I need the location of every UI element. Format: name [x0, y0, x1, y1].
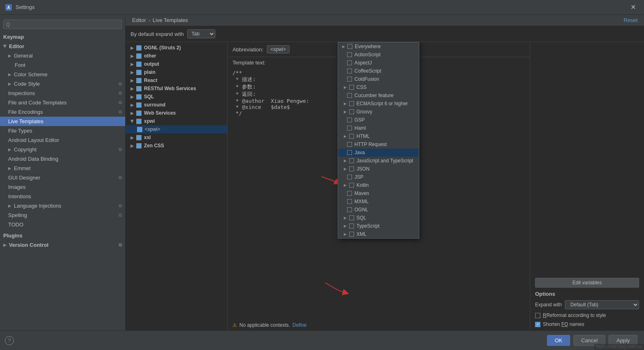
ctx-item-ecmascript[interactable]: ▶ ECMAScript 6 or higher: [338, 100, 419, 108]
sidebar-item-todo[interactable]: TODO: [0, 220, 125, 229]
ctx-item-groovy[interactable]: ▶ Groovy: [338, 108, 419, 116]
xsl-checkbox[interactable]: [136, 135, 142, 140]
surround-checkbox[interactable]: [136, 102, 142, 108]
ctx-item-coldfusion[interactable]: ColdFusion: [338, 75, 419, 83]
right-expand-with-select[interactable]: Default (Tab) Tab Enter Space: [565, 300, 639, 309]
sidebar-item-file-types[interactable]: File Types: [0, 126, 125, 135]
tpl-group-plain[interactable]: ▶ plain: [126, 68, 227, 76]
edit-variables-button[interactable]: Edit variables: [535, 278, 639, 288]
tpl-group-react[interactable]: ▶ React: [126, 76, 227, 84]
haml-checkbox[interactable]: [347, 126, 352, 131]
groovy-checkbox[interactable]: [349, 109, 354, 114]
tpl-item-xpwi-child[interactable]: <xpwi>: [126, 125, 227, 133]
tpl-group-other[interactable]: ▶ other: [126, 52, 227, 60]
sidebar-item-plugins[interactable]: Plugins: [0, 231, 125, 240]
tpl-group-zen-css[interactable]: ▶ Zen CSS: [126, 142, 227, 150]
sidebar-item-live-templates[interactable]: Live Templates: [0, 117, 125, 126]
kotlin-checkbox[interactable]: [349, 183, 354, 188]
ctx-item-httprequest[interactable]: HTTP Request: [338, 140, 419, 148]
sql-checkbox[interactable]: [136, 94, 142, 100]
sidebar-item-editor[interactable]: ▶ Editor: [0, 42, 125, 51]
ctx-item-mxml[interactable]: MXML: [338, 197, 419, 206]
ctx-item-html[interactable]: ▶ HTML: [338, 132, 419, 140]
ctx-item-maven[interactable]: Maven: [338, 189, 419, 197]
java-checkbox[interactable]: [347, 150, 352, 155]
sidebar-item-file-code-templates[interactable]: File and Code Templates ⧉: [0, 98, 125, 107]
aspectj-checkbox[interactable]: [347, 60, 352, 65]
zen-css-checkbox[interactable]: [136, 143, 142, 148]
help-button[interactable]: ?: [5, 336, 14, 345]
reset-button[interactable]: Reset: [624, 17, 637, 23]
webservices-checkbox[interactable]: [136, 111, 142, 116]
tpl-group-webservices[interactable]: ▶ Web Services: [126, 109, 227, 117]
ctx-item-jsp[interactable]: JSP: [338, 173, 419, 181]
ecmascript-checkbox[interactable]: [349, 101, 354, 106]
search-box[interactable]: Q: [3, 20, 122, 29]
sidebar-item-color-scheme[interactable]: ▶ Color Scheme: [0, 70, 125, 79]
httprequest-checkbox[interactable]: [347, 142, 352, 147]
sidebar-item-code-style[interactable]: ▶ Code Style ⧉: [0, 79, 125, 89]
maven-checkbox[interactable]: [347, 191, 352, 196]
ctx-item-gsp[interactable]: GSP: [338, 116, 419, 124]
ognl-ctx-checkbox[interactable]: [347, 207, 352, 212]
coldfusion-checkbox[interactable]: [347, 77, 352, 82]
everywhere-checkbox[interactable]: [347, 44, 352, 49]
ctx-item-javascript[interactable]: ▶ JavaScript and TypeScript: [338, 157, 419, 165]
search-input[interactable]: [11, 21, 119, 27]
ctx-item-json[interactable]: ▶ JSON: [338, 165, 419, 173]
css-checkbox[interactable]: [349, 85, 354, 90]
tpl-group-output[interactable]: ▶ output: [126, 60, 227, 68]
tpl-group-surround[interactable]: ▶ surround: [126, 101, 227, 109]
ognl-checkbox[interactable]: [136, 45, 142, 51]
ctx-item-css[interactable]: ▶ CSS: [338, 83, 419, 91]
restful-checkbox[interactable]: [136, 86, 142, 91]
reformat-checkbox[interactable]: [535, 313, 540, 318]
ctx-item-sql[interactable]: ▶ SQL: [338, 214, 419, 222]
javascript-checkbox[interactable]: [349, 158, 354, 163]
tpl-group-sql[interactable]: ▶ SQL: [126, 93, 227, 101]
ctx-item-kotlin[interactable]: ▶ Kotlin: [338, 181, 419, 189]
ctx-item-java[interactable]: Java: [338, 148, 419, 157]
ctx-item-everywhere[interactable]: ▶ Everywhere: [338, 42, 419, 51]
cucumber-checkbox[interactable]: [347, 93, 352, 98]
plain-checkbox[interactable]: [136, 70, 142, 75]
gsp-checkbox[interactable]: [347, 117, 352, 122]
mxml-checkbox[interactable]: [347, 199, 352, 204]
other-checkbox[interactable]: [136, 53, 142, 59]
sidebar-item-android-data[interactable]: Android Data Binding: [0, 154, 125, 164]
shorten-checkbox[interactable]: ✓: [535, 322, 540, 327]
output-checkbox[interactable]: [136, 62, 142, 67]
define-link[interactable]: Define: [292, 322, 307, 328]
sidebar-item-version-control[interactable]: ▶ Version Control ⧉: [0, 240, 125, 250]
sidebar-item-intentions[interactable]: Intentions: [0, 192, 125, 201]
sql-ctx-checkbox[interactable]: [349, 215, 354, 220]
sidebar-item-copyright[interactable]: ▶ Copyright ⧉: [0, 145, 125, 154]
ctx-item-actionscript[interactable]: ActionScript: [338, 51, 419, 59]
sidebar-item-images[interactable]: Images: [0, 182, 125, 192]
tpl-group-ognl[interactable]: ▶ OGNL (Struts 2): [126, 44, 227, 52]
ctx-item-typescript[interactable]: ▶ TypeScript: [338, 222, 419, 230]
sidebar-item-spelling[interactable]: Spelling ⧉: [0, 210, 125, 220]
sidebar-item-font[interactable]: Font: [0, 60, 125, 70]
xpwi-child-checkbox[interactable]: [137, 127, 142, 132]
sidebar-item-gui-designer[interactable]: GUI Designer ⧉: [0, 173, 125, 182]
xml-checkbox[interactable]: [349, 232, 354, 237]
ctx-item-cucumber[interactable]: Cucumber feature: [338, 91, 419, 100]
tpl-group-restful[interactable]: ▶ RESTful Web Services: [126, 84, 227, 93]
tpl-group-xsl[interactable]: ▶ xsl: [126, 133, 227, 142]
xpwi-checkbox[interactable]: [136, 119, 142, 124]
html-checkbox[interactable]: [349, 134, 354, 139]
ctx-item-xml[interactable]: ▶ XML: [338, 230, 419, 238]
json-checkbox[interactable]: [349, 166, 354, 171]
typescript-checkbox[interactable]: [349, 224, 354, 228]
close-button[interactable]: ✕: [627, 2, 639, 13]
sidebar-item-general[interactable]: ▶ General: [0, 51, 125, 60]
tpl-group-xpwi[interactable]: ▶ xpwi: [126, 117, 227, 125]
sidebar-item-android-layout[interactable]: Android Layout Editor: [0, 135, 125, 145]
jsp-checkbox[interactable]: [347, 175, 352, 179]
ok-button[interactable]: OK: [547, 335, 570, 346]
coffeescript-checkbox[interactable]: [347, 69, 352, 73]
ctx-item-ognl[interactable]: OGNL: [338, 206, 419, 214]
sidebar-item-language-injections[interactable]: ▶ Language Injections ⧉: [0, 201, 125, 210]
ctx-item-coffeescript[interactable]: CoffeeScript: [338, 67, 419, 75]
